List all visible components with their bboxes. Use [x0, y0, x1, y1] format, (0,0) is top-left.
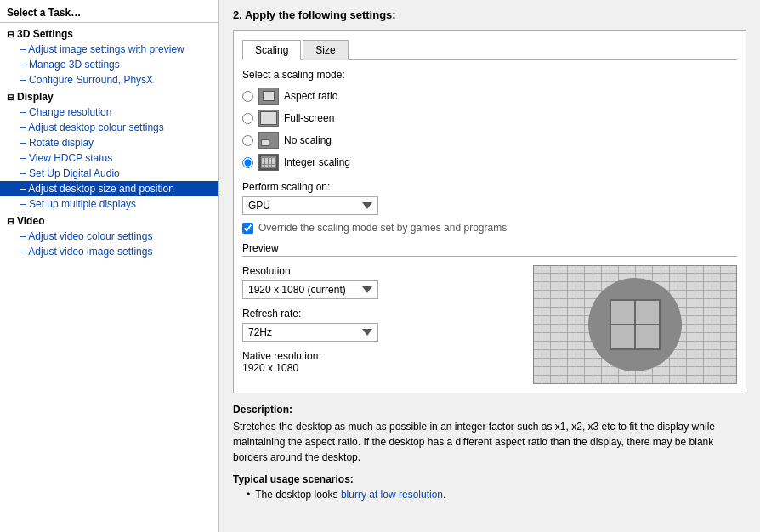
- main-content: 2. Apply the following settings: Scaling…: [219, 0, 760, 532]
- radio-full-screen[interactable]: [242, 113, 253, 124]
- sidebar-item-digital-audio[interactable]: Set Up Digital Audio: [0, 166, 218, 181]
- sidebar-group-display-text: Display: [17, 91, 54, 103]
- aspect-ratio-label: Aspect ratio: [284, 90, 337, 102]
- preview-image: [533, 265, 737, 384]
- sidebar-group-3d-text: 3D Settings: [17, 28, 73, 40]
- expand-icon-display: ⊟: [7, 93, 14, 102]
- bullet-text-after: .: [443, 489, 445, 501]
- expand-icon-video: ⊟: [7, 217, 14, 226]
- sidebar-group-video: ⊟ Video Adjust video colour settings Adj…: [0, 213, 218, 259]
- perform-scaling-label: Perform scaling on:: [242, 181, 737, 193]
- bullet-symbol: •: [247, 489, 250, 501]
- override-checkbox-row: Override the scaling mode set by games a…: [242, 222, 737, 234]
- sidebar-item-adjust-colour[interactable]: Adjust desktop colour settings: [0, 120, 218, 135]
- full-screen-inner: [260, 111, 277, 125]
- aspect-ratio-inner: [263, 91, 275, 101]
- sidebar-item-adjust-image[interactable]: Adjust image settings with preview: [0, 42, 218, 57]
- bullet-item-1: • The desktop looks blurry at low resolu…: [233, 489, 746, 501]
- radio-no-scaling[interactable]: [242, 135, 253, 146]
- tab-size[interactable]: Size: [303, 40, 348, 60]
- aspect-ratio-icon: [258, 88, 279, 105]
- sidebar-item-rotate-display[interactable]: Rotate display: [0, 135, 218, 150]
- refresh-label: Refresh rate:: [242, 308, 516, 320]
- tab-panel: Scaling Size Select a scaling mode: Aspe…: [233, 30, 746, 393]
- native-res-label: Native resolution:: [242, 350, 516, 362]
- sidebar-group-display: ⊟ Display Change resolution Adjust deskt…: [0, 89, 218, 212]
- radio-group-scaling: Aspect ratio Full-screen No scaling: [242, 88, 737, 171]
- sidebar-group-3d: ⊟ 3D Settings Adjust image settings with…: [0, 26, 218, 88]
- preview-cross-v: [634, 299, 636, 350]
- description-label: Description:: [233, 404, 746, 416]
- preview-controls: Resolution: 1920 x 1080 (current) 1280 x…: [242, 265, 516, 374]
- radio-aspect-ratio[interactable]: [242, 91, 253, 102]
- sidebar-item-manage-3d[interactable]: Manage 3D settings: [0, 57, 218, 72]
- radio-item-no-scaling[interactable]: No scaling: [242, 132, 737, 149]
- bullet-link[interactable]: blurry at low resolution: [341, 489, 443, 501]
- override-checkbox[interactable]: [242, 223, 253, 234]
- sidebar-group-video-label[interactable]: ⊟ Video: [0, 213, 218, 229]
- integer-scaling-grid: [261, 156, 276, 168]
- tab-bar: Scaling Size: [242, 39, 737, 60]
- sidebar-item-configure-surround[interactable]: Configure Surround, PhysX: [0, 72, 218, 88]
- radio-item-full-screen[interactable]: Full-screen: [242, 110, 737, 127]
- sidebar-group-display-label[interactable]: ⊟ Display: [0, 89, 218, 105]
- sidebar-group-3d-label[interactable]: ⊟ 3D Settings: [0, 26, 218, 42]
- full-screen-icon: [258, 110, 279, 127]
- scaling-mode-label: Select a scaling mode:: [242, 69, 737, 81]
- sidebar-group-video-text: Video: [17, 215, 44, 227]
- description-section: Description: Stretches the desktop as mu…: [233, 404, 746, 501]
- integer-scaling-icon: [258, 154, 279, 171]
- expand-icon-3d: ⊟: [7, 30, 14, 39]
- sidebar-title: Select a Task…: [0, 3, 218, 23]
- sidebar-item-video-colour[interactable]: Adjust video colour settings: [0, 229, 218, 244]
- override-label: Override the scaling mode set by games a…: [258, 222, 507, 234]
- radio-integer-scaling[interactable]: [242, 157, 253, 168]
- integer-scaling-label: Integer scaling: [284, 156, 350, 168]
- preview-area: Resolution: 1920 x 1080 (current) 1280 x…: [242, 265, 737, 384]
- description-text: Stretches the desktop as much as possibl…: [233, 419, 746, 465]
- sidebar-item-adjust-desktop[interactable]: Adjust desktop size and position: [0, 181, 218, 196]
- sidebar: Select a Task… ⊟ 3D Settings Adjust imag…: [0, 0, 219, 532]
- no-scaling-inner: [261, 139, 269, 146]
- tab-scaling[interactable]: Scaling: [242, 40, 301, 60]
- sidebar-item-multiple-displays[interactable]: Set up multiple displays: [0, 196, 218, 212]
- preview-label: Preview: [242, 242, 737, 257]
- bullet-text: The desktop looks blurry at low resoluti…: [255, 489, 445, 501]
- radio-item-aspect-ratio[interactable]: Aspect ratio: [242, 88, 737, 105]
- no-scaling-label: No scaling: [284, 134, 332, 146]
- sidebar-item-change-resolution[interactable]: Change resolution: [0, 105, 218, 120]
- refresh-dropdown[interactable]: 72Hz 60Hz 144Hz: [242, 323, 378, 342]
- resolution-label: Resolution:: [242, 265, 516, 277]
- no-scaling-icon: [258, 132, 279, 149]
- radio-item-integer-scaling[interactable]: Integer scaling: [242, 154, 737, 171]
- sidebar-item-video-image[interactable]: Adjust video image settings: [0, 244, 218, 259]
- section-title: 2. Apply the following settings:: [233, 8, 746, 21]
- resolution-dropdown[interactable]: 1920 x 1080 (current) 1280 x 720 1024 x …: [242, 280, 378, 299]
- bullet-text-before: The desktop looks: [255, 489, 341, 501]
- typical-label: Typical usage scenarios:: [233, 473, 746, 485]
- native-res-value: 1920 x 1080: [242, 362, 516, 374]
- full-screen-label: Full-screen: [284, 112, 334, 124]
- perform-scaling-dropdown[interactable]: GPU Display: [242, 196, 378, 215]
- sidebar-item-view-hdcp[interactable]: View HDCP status: [0, 150, 218, 166]
